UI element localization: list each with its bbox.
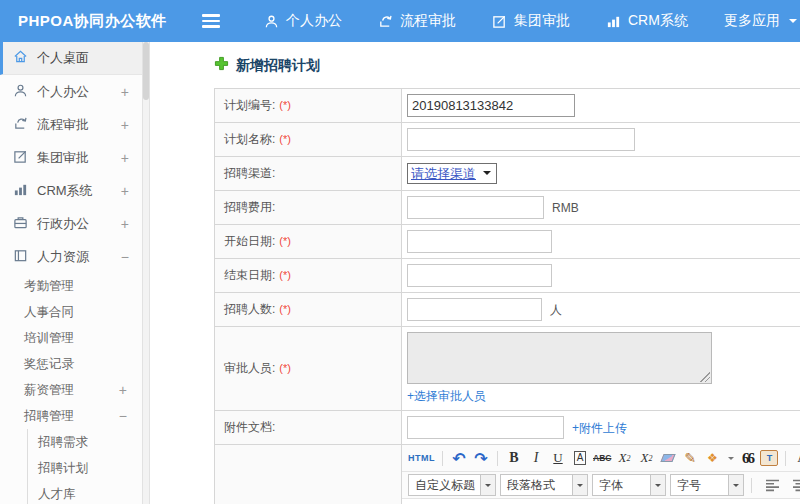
html-source-button[interactable]: HTML <box>408 448 435 468</box>
redo-icon[interactable] <box>472 448 490 468</box>
form-row-approver: 审批人员:(*) +选择审批人员 <box>215 327 800 411</box>
sidebar-item-label: 人事合同 <box>24 304 74 321</box>
caret-down-icon <box>650 475 665 495</box>
sidebar-item-rewards[interactable]: 奖惩记录 <box>0 351 142 377</box>
form-row-start-date: 开始日期:(*) <box>215 225 800 259</box>
sidebar-item-recruit-plan[interactable]: 招聘计划 <box>28 455 142 481</box>
form-row-headcount: 招聘人数:(*) 人 <box>215 293 800 327</box>
sidebar-item-admin-office[interactable]: 行政办公 + <box>0 207 142 240</box>
field-label: 计划编号: <box>224 98 275 112</box>
resize-grip-icon[interactable] <box>700 372 710 382</box>
auto-format-icon[interactable] <box>703 448 721 468</box>
font-family-dropdown[interactable]: 字体 <box>592 474 666 496</box>
top-menu-crm[interactable]: CRM系统 <box>606 12 688 30</box>
plan-no-input[interactable] <box>407 94 575 117</box>
font-size-dropdown[interactable]: 字号 <box>670 474 744 496</box>
field-label: 招聘人数: <box>224 302 275 316</box>
page-title: 新增招聘计划 <box>214 56 800 75</box>
attachment-input[interactable] <box>407 416 564 439</box>
select-approver-link[interactable]: +选择审批人员 <box>407 388 800 405</box>
sidebar-item-label: 流程审批 <box>37 116 89 134</box>
sidebar-item-personal-desktop[interactable]: 个人桌面 <box>0 42 142 75</box>
sidebar-item-label: 个人桌面 <box>37 49 89 67</box>
editor-toolbar-row1: HTML B I U A ABC X2 X2 <box>402 445 800 472</box>
sidebar: 个人桌面 个人办公 + 流程审批 + <box>0 42 142 504</box>
expand-plus-icon: + <box>121 183 129 199</box>
sidebar-item-label: 招聘需求 <box>38 434 88 451</box>
channel-select[interactable]: 请选择渠道 <box>407 163 497 184</box>
font-color-button[interactable]: A <box>793 448 800 468</box>
attachment-upload-link[interactable]: +附件上传 <box>572 421 627 435</box>
caret-down-icon[interactable] <box>728 457 734 463</box>
field-label: 结束日期: <box>224 268 275 282</box>
sidebar-item-personal-office[interactable]: 个人办公 + <box>0 75 142 108</box>
custom-heading-dropdown[interactable]: 自定义标题 <box>408 474 496 496</box>
subscript-button[interactable]: X2 <box>637 448 655 468</box>
top-menu-personal-office[interactable]: 个人办公 <box>264 12 342 30</box>
scrollbar-thumb[interactable] <box>143 42 149 100</box>
top-menu-more-apps[interactable]: 更多应用 <box>724 12 797 30</box>
sidebar-item-attendance[interactable]: 考勤管理 <box>0 273 142 299</box>
hamburger-menu-icon[interactable] <box>202 14 222 28</box>
sidebar-item-workflow-approval[interactable]: 流程审批 + <box>0 108 142 141</box>
flow-icon <box>378 14 393 29</box>
paragraph-format-dropdown[interactable]: 段落格式 <box>500 474 588 496</box>
bold-button[interactable]: B <box>505 448 523 468</box>
sidebar-item-recruit-management[interactable]: 招聘管理 − <box>0 403 142 429</box>
home-icon <box>13 49 28 67</box>
fee-input[interactable] <box>407 196 544 219</box>
edit-icon <box>13 149 28 167</box>
expand-plus-icon: + <box>121 117 129 133</box>
chart-icon <box>13 182 28 200</box>
top-menu-label: 集团审批 <box>514 12 570 30</box>
expand-plus-icon: + <box>121 150 129 166</box>
blockquote-button[interactable]: 66 <box>738 448 756 468</box>
strikethrough-button[interactable]: ABC <box>593 448 611 468</box>
headcount-input[interactable] <box>407 298 542 321</box>
caret-down-icon <box>728 475 743 495</box>
start-date-input[interactable] <box>407 230 552 253</box>
recruit-submenu: 招聘需求 招聘计划 人才库 <box>27 429 142 504</box>
approver-textarea[interactable] <box>407 332 712 384</box>
fee-unit-label: RMB <box>552 201 579 215</box>
sidebar-item-label: 行政办公 <box>37 215 89 233</box>
user-icon <box>264 14 279 29</box>
sidebar-item-hr-contracts[interactable]: 人事合同 <box>0 299 142 325</box>
format-brush-icon[interactable] <box>681 448 699 468</box>
collapse-minus-icon: − <box>121 249 129 265</box>
sidebar-item-label: 薪资管理 <box>24 382 74 399</box>
underline-button[interactable]: U <box>549 448 567 468</box>
sidebar-item-recruit-demand[interactable]: 招聘需求 <box>28 429 142 455</box>
top-menu-label: 个人办公 <box>286 12 342 30</box>
top-menu-label: CRM系统 <box>628 12 688 30</box>
sidebar-item-talent-pool[interactable]: 人才库 <box>28 481 142 504</box>
top-menu-group-approval[interactable]: 集团审批 <box>492 12 570 30</box>
sidebar-item-label: 人才库 <box>38 486 76 503</box>
undo-icon[interactable] <box>450 448 468 468</box>
chart-icon <box>606 14 621 29</box>
eraser-icon[interactable] <box>659 448 677 468</box>
sidebar-item-crm[interactable]: CRM系统 + <box>0 174 142 207</box>
top-menu-label: 流程审批 <box>400 12 456 30</box>
sidebar-item-training[interactable]: 培训管理 <box>0 325 142 351</box>
caret-down-icon <box>480 475 495 495</box>
font-style-button[interactable]: A <box>574 451 587 465</box>
sidebar-item-human-resources[interactable]: 人力资源 − <box>0 240 142 273</box>
sidebar-item-label: 考勤管理 <box>24 278 74 295</box>
edit-icon <box>492 14 507 29</box>
align-center-icon[interactable] <box>790 475 800 495</box>
top-menu-workflow-approval[interactable]: 流程审批 <box>378 12 456 30</box>
sidebar-item-salary[interactable]: 薪资管理 + <box>0 377 142 403</box>
paste-text-icon[interactable]: T <box>760 450 778 466</box>
plan-name-input[interactable] <box>407 128 635 151</box>
editor-content-area[interactable] <box>402 499 800 504</box>
italic-button[interactable]: I <box>527 448 545 468</box>
superscript-button[interactable]: X2 <box>615 448 633 468</box>
caret-down-icon <box>483 171 491 179</box>
sidebar-item-label: 个人办公 <box>37 83 89 101</box>
expand-plus-icon: + <box>121 84 129 100</box>
app-logo[interactable]: PHPOA协同办公软件 <box>0 12 186 31</box>
align-left-icon[interactable] <box>763 475 781 495</box>
sidebar-item-group-approval[interactable]: 集团审批 + <box>0 141 142 174</box>
end-date-input[interactable] <box>407 264 552 287</box>
